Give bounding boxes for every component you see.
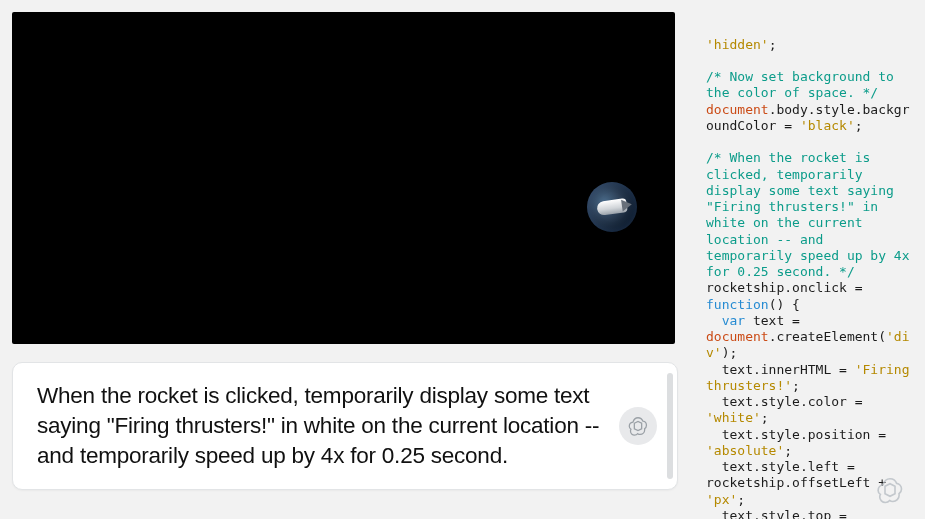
prompt-text: When the rocket is clicked, temporarily … — [37, 381, 621, 470]
rocket-body-graphic — [596, 198, 628, 216]
send-button[interactable] — [619, 407, 657, 445]
code-content: 'hidden'; /* Now set background to the c… — [706, 37, 917, 520]
preview-canvas[interactable] — [12, 12, 675, 344]
rocket-sprite[interactable] — [587, 182, 637, 232]
openai-logo-icon — [627, 415, 649, 437]
prompt-input-card[interactable]: When the rocket is clicked, temporarily … — [12, 362, 678, 490]
openai-corner-logo-icon — [875, 475, 905, 505]
code-panel: 'hidden'; /* Now set background to the c… — [690, 0, 925, 519]
